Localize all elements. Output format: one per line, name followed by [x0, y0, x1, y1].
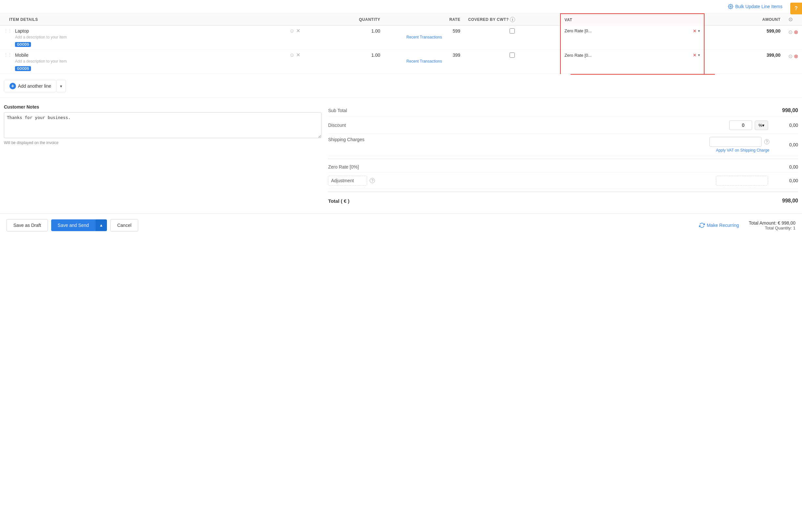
- row-options-btn-1[interactable]: ⊙: [788, 30, 793, 35]
- amount-value-2: 399,00: [766, 53, 781, 58]
- discount-input[interactable]: [729, 120, 752, 130]
- footer-totals: Total Amount: € 998,00 Total Quantity: 1: [749, 220, 796, 230]
- help-badge[interactable]: ?: [790, 3, 802, 14]
- drag-handle-2[interactable]: ⋮⋮: [4, 53, 13, 57]
- col-header-row-actions: ⊙: [784, 14, 802, 26]
- make-recurring-button[interactable]: Make Recurring: [699, 222, 739, 228]
- table-row: ⋮⋮ Mobile ☺ ✕ Add a description to your …: [0, 50, 802, 74]
- totals-section: Sub Total 998,00 Discount %▾ 0,00 Shippi…: [328, 104, 798, 207]
- shipping-label: Shipping Charges: [328, 137, 364, 142]
- adjustment-row: ? 0,00: [328, 172, 798, 189]
- quantity-cell-2: 1.00: [304, 50, 384, 74]
- discount-label: Discount: [328, 122, 346, 128]
- sub-total-row: Sub Total 998,00: [328, 104, 798, 117]
- row-options-btn-2[interactable]: ⊙: [788, 54, 793, 59]
- row-actions-header-icon[interactable]: ⊙: [788, 17, 793, 22]
- vat-cell-1: Zero Rate [0... ✕ ▾: [560, 26, 705, 50]
- shipping-row: Shipping Charges ? Apply VAT on Shipping…: [328, 134, 798, 156]
- add-another-line-button[interactable]: + Add another line: [4, 80, 57, 92]
- drag-handle-1[interactable]: ⋮⋮: [4, 28, 13, 33]
- add-line-label: Add another line: [18, 83, 51, 89]
- sub-total-label: Sub Total: [328, 108, 347, 113]
- vat-clear-1[interactable]: ✕: [693, 28, 697, 34]
- recurring-icon: [699, 222, 705, 228]
- item-delete-btn-2[interactable]: ✕: [296, 53, 300, 58]
- item-delete-btn-1[interactable]: ✕: [296, 28, 300, 34]
- vat-zero-value: 0,00: [789, 164, 798, 170]
- recent-transactions-link-1[interactable]: Recent Transactions: [388, 35, 460, 39]
- vat-dropdown-1[interactable]: ▾: [698, 29, 700, 33]
- save-as-draft-button[interactable]: Save as Draft: [6, 219, 48, 231]
- rate-cell-2: 399 Recent Transactions: [384, 50, 464, 74]
- footer-total-amount: Total Amount: € 998,00: [749, 220, 796, 226]
- col-header-rate: RATE: [384, 14, 464, 26]
- add-line-dropdown-button[interactable]: ▾: [57, 80, 66, 92]
- row-remove-btn-2[interactable]: ⊗: [794, 54, 798, 59]
- cwt-checkbox-1[interactable]: [510, 28, 515, 34]
- recent-transactions-link-2[interactable]: Recent Transactions: [388, 59, 460, 63]
- adjustment-help-icon[interactable]: ?: [370, 178, 375, 183]
- item-details-cell-2: ⋮⋮ Mobile ☺ ✕ Add a description to your …: [0, 50, 304, 74]
- adjustment-input[interactable]: [716, 176, 768, 186]
- shipping-amount: 0,00: [772, 142, 798, 147]
- svg-point-0: [730, 6, 731, 7]
- footer-left: Save as Draft Save and Send ▲ Cancel: [6, 219, 138, 231]
- save-send-group: Save and Send ▲: [51, 220, 107, 231]
- col-header-quantity: QUANTITY: [304, 14, 384, 26]
- adjustment-label-input[interactable]: [328, 176, 367, 186]
- plus-icon: +: [9, 83, 16, 89]
- item-badge-1: GOODS: [15, 42, 31, 47]
- col-header-cwt: COVERED BY CWT? i: [464, 14, 560, 26]
- col-header-amount: AMOUNT: [704, 14, 784, 26]
- bulk-update-button[interactable]: Bulk Update Line Items: [728, 4, 782, 9]
- item-name-2: Mobile: [15, 53, 28, 58]
- total-value: 998,00: [782, 198, 798, 204]
- add-line-container: + Add another line ▾: [0, 75, 802, 98]
- dropdown-arrow-icon: ▾: [60, 84, 62, 89]
- discount-row: Discount %▾ 0,00: [328, 117, 798, 134]
- cwt-cell-2: [464, 50, 560, 74]
- item-emoji-btn-2[interactable]: ☺: [289, 53, 294, 58]
- row-remove-btn-1[interactable]: ⊗: [794, 30, 798, 35]
- item-emoji-btn-1[interactable]: ☺: [289, 28, 294, 34]
- shipping-help-icon[interactable]: ?: [764, 139, 769, 145]
- notes-hint: Will be displayed on the invoice: [4, 140, 322, 145]
- vat-cell-2: Zero Rate [0... ✕ ▾: [560, 50, 705, 74]
- quantity-value-1: 1.00: [371, 28, 380, 34]
- item-desc-2[interactable]: Add a description to your item: [15, 59, 300, 63]
- item-name-1: Laptop: [15, 28, 29, 34]
- discount-type-button[interactable]: %▾: [755, 120, 768, 130]
- vat-zero-row: Zero Rate [0%] 0,00: [328, 162, 798, 172]
- vat-clear-2[interactable]: ✕: [693, 53, 697, 58]
- line-items-table-wrapper: ITEM DETAILS QUANTITY RATE COVERED BY CW…: [0, 13, 802, 74]
- gear-icon: [728, 4, 733, 9]
- cwt-cell-1: [464, 26, 560, 50]
- item-details-cell-1: ⋮⋮ Laptop ☺ ✕ Add a description to your …: [0, 26, 304, 50]
- notes-textarea[interactable]: Thanks for your business.: [4, 112, 322, 138]
- save-and-send-dropdown-button[interactable]: ▲: [96, 220, 107, 231]
- top-bar: Bulk Update Line Items: [0, 0, 802, 13]
- divider-2: [328, 192, 798, 192]
- cwt-checkbox-2[interactable]: [510, 53, 515, 58]
- item-desc-1[interactable]: Add a description to your item: [15, 35, 300, 39]
- discount-controls: %▾: [729, 120, 768, 130]
- rate-cell-1: 599 Recent Transactions: [384, 26, 464, 50]
- cancel-button[interactable]: Cancel: [110, 219, 138, 231]
- row-action-cell-2: ⊙ ⊗: [784, 50, 802, 74]
- save-send-arrow-icon: ▲: [99, 223, 103, 228]
- apply-vat-link[interactable]: Apply VAT on Shipping Charge: [716, 148, 769, 153]
- discount-type-label: %▾: [758, 123, 764, 128]
- vat-dropdown-2[interactable]: ▾: [698, 53, 700, 57]
- cwt-info-icon[interactable]: i: [510, 17, 515, 22]
- shipping-input[interactable]: [709, 137, 762, 147]
- amount-cell-1: 599,00: [704, 26, 784, 50]
- vat-value-2: Zero Rate [0...: [565, 53, 692, 58]
- row-action-cell-1: ⊙ ⊗: [784, 26, 802, 50]
- make-recurring-label: Make Recurring: [707, 223, 739, 228]
- footer-total-qty: Total Quantity: 1: [749, 226, 796, 230]
- amount-value-1: 599,00: [766, 28, 781, 34]
- save-and-send-button[interactable]: Save and Send: [51, 220, 96, 231]
- total-label: Total ( € ): [328, 198, 349, 204]
- col-header-item-details: ITEM DETAILS: [0, 14, 304, 26]
- vat-zero-label: Zero Rate [0%]: [328, 164, 359, 170]
